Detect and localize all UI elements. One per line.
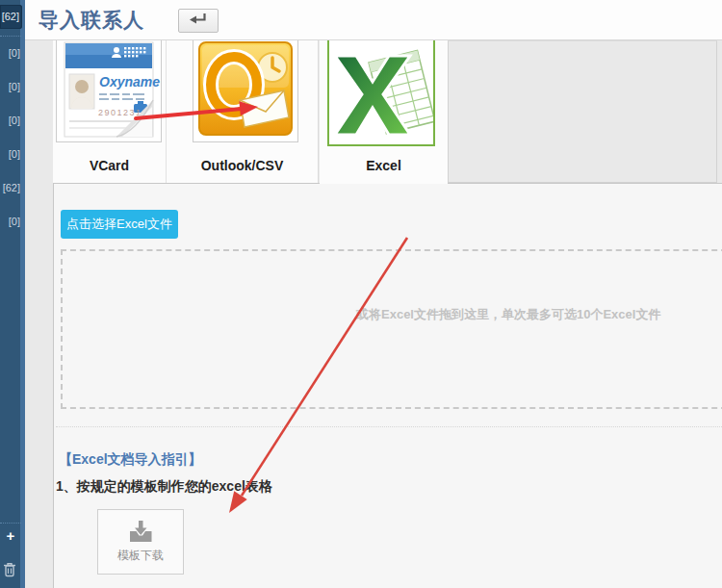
sidebar-scroll-strip — [20, 0, 25, 588]
outlook-icon[interactable] — [193, 40, 298, 142]
tab-vcard[interactable]: Oxyname 290123123 VCard — [53, 40, 167, 183]
page-header: 导入联系人 — [25, 0, 722, 40]
tab-excel-label: Excel — [320, 158, 448, 173]
vcard-icon[interactable]: Oxyname 290123123 — [56, 40, 162, 142]
excel-import-panel: 点击选择Excel文件 或将Excel文件拖到这里，单次最多可选10个Excel… — [53, 183, 722, 588]
excel-icon[interactable] — [327, 40, 435, 146]
guide-step-1: 1、按规定的模板制作您的excel表格 — [56, 478, 272, 496]
page-title: 导入联系人 — [39, 7, 144, 34]
vcard-name-text: Oxyname — [99, 74, 160, 89]
template-download-button[interactable]: 模板下载 — [97, 509, 184, 575]
sidebar: [62] [0] [0] [0] [0] [62] [0] + — [0, 0, 25, 588]
back-button[interactable] — [178, 9, 219, 33]
import-contacts-page: [62] [0] [0] [0] [0] [62] [0] + 导入联系人 — [0, 0, 722, 588]
excel-dropzone[interactable]: 或将Excel文件拖到这里，单次最多可选10个Excel文件 — [61, 249, 722, 409]
sidebar-item-group[interactable]: [0] — [0, 214, 20, 229]
sidebar-item-group[interactable]: [0] — [0, 113, 20, 128]
select-excel-file-button[interactable]: 点击选择Excel文件 — [61, 210, 178, 239]
tab-excel-selected[interactable]: Excel — [320, 40, 448, 184]
sidebar-divider — [0, 36, 21, 37]
sidebar-item-group[interactable]: [62] — [0, 180, 20, 195]
section-divider — [56, 426, 722, 427]
sidebar-item-group-selected[interactable]: [62] — [0, 5, 22, 29]
sidebar-item-group[interactable]: [0] — [0, 45, 20, 61]
add-group-button[interactable]: + — [0, 527, 21, 545]
sidebar-item-group[interactable]: [0] — [0, 146, 20, 162]
tab-outlook-csv[interactable]: Outlook/CSV — [167, 40, 319, 183]
dropzone-hint-text: 或将Excel文件拖到这里，单次最多可选10个Excel文件 — [356, 306, 660, 323]
download-tray-icon — [128, 521, 153, 543]
template-download-label: 模板下载 — [117, 548, 164, 564]
tab-outlook-label: Outlook/CSV — [167, 158, 318, 173]
sidebar-item-group[interactable]: [0] — [0, 79, 20, 94]
trash-icon[interactable] — [3, 562, 16, 577]
return-arrow-icon — [189, 12, 208, 30]
sidebar-divider — [0, 523, 21, 524]
tabstrip-empty-area — [448, 40, 717, 183]
guide-title: 【Excel文档导入指引】 — [59, 451, 202, 469]
tab-vcard-label: VCard — [53, 158, 166, 173]
